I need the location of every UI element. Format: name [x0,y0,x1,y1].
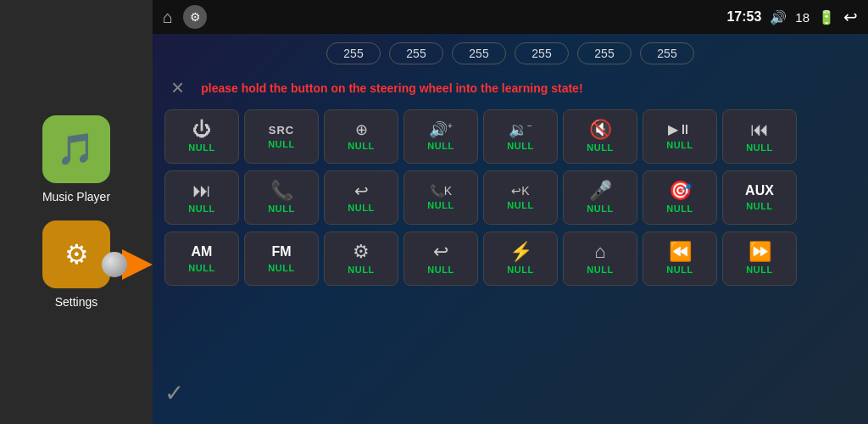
null-am: NULL [188,263,214,273]
next-icon: ⏭ [192,181,211,200]
sidebar-item-settings[interactable]: ⚙ Settings [42,220,110,309]
answer-icon: 📞K [430,185,452,197]
ctrl-prev[interactable]: ⏮ NULL [722,109,797,164]
sidebar-item-music-player[interactable]: 🎵 Music Player [42,115,110,204]
ctrl-mic[interactable]: 🎤 NULL [563,170,637,225]
close-button[interactable]: × [164,75,191,101]
music-player-label: Music Player [42,190,110,204]
nav-settings-icon[interactable]: ⚙ [183,5,207,29]
vol-up-icon: 🔊+ [429,122,453,137]
ctrl-gps[interactable]: ⊕ NULL [324,109,398,164]
null-aux: NULL [746,201,772,211]
null-mute: NULL [587,142,613,153]
null-back-media: NULL [348,203,374,213]
confirm-button[interactable]: ✓ [164,379,184,407]
null-power: NULL [188,142,214,153]
ctrl-mute[interactable]: 🔇 NULL [563,109,637,164]
null-mic: NULL [587,204,613,214]
pill-4[interactable]: 255 [577,42,632,64]
music-player-icon: 🎵 [42,115,110,183]
ctrl-cam[interactable]: 🎯 NULL [643,170,717,225]
null-hangup: NULL [507,200,533,210]
fm-label: FM [271,244,291,259]
ctrl-bluetooth[interactable]: ⚡ NULL [483,232,558,286]
null-home: NULL [587,265,613,275]
aux-label-icon: AUX [745,184,774,198]
instruction-row: × please hold the button on the steering… [164,75,856,101]
ctrl-am[interactable]: AM NULL [164,232,239,286]
pill-0[interactable]: 255 [326,42,381,64]
vol-down-icon: 🔉− [509,122,532,137]
hangup-icon: ↩K [511,185,529,197]
prev-icon: ⏮ [750,120,769,139]
null-fwd: NULL [746,265,772,275]
ctrl-settings-btn[interactable]: ⚙ NULL [324,232,398,286]
settings-label: Settings [55,295,98,309]
back-media-icon: ↩ [354,182,369,199]
home-icon[interactable]: ⌂ [163,8,173,27]
content-area: 255 255 255 255 255 255 × please hold th… [153,34,868,424]
null-cam: NULL [666,204,693,214]
battery-icon: 🔋 [818,9,835,25]
ctrl-fwd[interactable]: ⏩ NULL [722,232,797,286]
null-back: NULL [427,265,453,275]
home-btn-icon: ⌂ [594,243,605,261]
null-gps: NULL [348,141,374,151]
topbar-right: 17:53 🔊 18 🔋 ↩ [726,7,858,27]
btn-row-1: ⏻ NULL SRC NULL ⊕ NULL 🔊+ NULL 🔉− NULL 🔇 [164,109,856,164]
am-label: AM [192,244,213,259]
pill-2[interactable]: 255 [452,42,506,64]
null-bluetooth: NULL [507,265,533,275]
ctrl-hangup[interactable]: ↩K NULL [483,170,558,225]
mic-icon: 🎤 [589,181,612,200]
cam-icon: 🎯 [669,181,692,200]
play-pause-icon: ▶⏸ [668,123,692,137]
src-icon: SRC [269,125,294,136]
ctrl-play-pause[interactable]: ▶⏸ NULL [643,109,717,164]
sidebar: 🎵 Music Player ⚙ Settings [0,0,153,424]
settings-icon: ⚙ [42,220,110,288]
ctrl-back-btn[interactable]: ↩ NULL [403,232,478,286]
mute-icon: 🔇 [589,120,612,139]
null-settings: NULL [348,265,374,275]
ctrl-next[interactable]: ⏭ NULL [164,170,239,225]
btn-row-2: ⏭ NULL 📞 NULL ↩ NULL 📞K NULL ↩K NULL 🎤 [164,170,856,225]
power-icon: ⏻ [192,120,211,139]
ctrl-rew[interactable]: ⏪ NULL [643,232,717,286]
ctrl-aux[interactable]: AUX NULL [722,170,797,225]
ctrl-src[interactable]: SRC NULL [244,109,319,164]
volume-icon: 🔊 [770,9,787,25]
rew-icon: ⏪ [669,243,692,261]
pills-row: 255 255 255 255 255 255 [164,42,856,64]
back-btn-icon: ↩ [433,243,448,261]
ctrl-back-media[interactable]: ↩ NULL [324,170,398,225]
pill-1[interactable]: 255 [389,42,443,64]
topbar-left: ⌂ ⚙ [163,5,207,29]
ctrl-answer[interactable]: 📞K NULL [403,170,478,225]
null-next: NULL [188,204,214,214]
ctrl-phone[interactable]: 📞 NULL [244,170,319,225]
pill-5[interactable]: 255 [640,42,694,64]
null-phone: NULL [268,204,294,214]
null-src: NULL [268,139,294,149]
knob-icon [102,252,127,277]
volume-level: 18 [795,10,810,25]
null-rew: NULL [666,265,693,275]
settings-btn-icon: ⚙ [353,243,370,261]
ctrl-home-btn[interactable]: ⌂ NULL [563,232,637,286]
pill-3[interactable]: 255 [515,42,569,64]
null-fm: NULL [268,263,294,273]
topbar: ⌂ ⚙ 17:53 🔊 18 🔋 ↩ [153,0,868,34]
ctrl-fm[interactable]: FM NULL [244,232,319,286]
ctrl-vol-down[interactable]: 🔉− NULL [483,109,558,164]
time-display: 17:53 [726,9,761,25]
gps-icon: ⊕ [355,122,368,137]
phone-icon: 📞 [270,181,293,200]
back-icon[interactable]: ↩ [843,7,858,27]
btn-row-3: AM NULL FM NULL ⚙ NULL ↩ NULL ⚡ NULL ⌂ N… [164,232,856,286]
ctrl-vol-up[interactable]: 🔊+ NULL [403,109,478,164]
null-play-pause: NULL [666,140,693,150]
ctrl-power[interactable]: ⏻ NULL [164,109,239,164]
main-panel: ⌂ ⚙ 17:53 🔊 18 🔋 ↩ 255 255 255 255 255 2… [153,0,868,424]
bluetooth-icon: ⚡ [509,243,532,261]
